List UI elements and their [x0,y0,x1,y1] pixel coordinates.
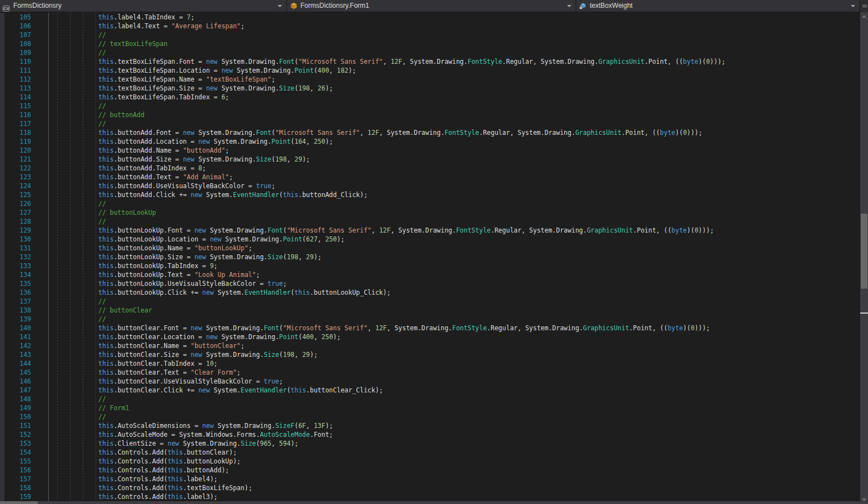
code-line[interactable]: 143this.buttonClear.Size = new System.Dr… [0,350,860,359]
vertical-scrollbar[interactable] [860,12,868,504]
code-line[interactable]: 112this.textBoxLifeSpan.Name = "textBoxL… [0,75,860,84]
code-line[interactable]: 147this.buttonClear.Click += new System.… [0,386,860,395]
code-line[interactable]: 120this.buttonAdd.Name = "buttonAdd"; [0,146,860,155]
class-icon [290,2,298,10]
line-number: 143 [0,350,31,359]
type-dropdown[interactable]: FormsDictionsry.Form1 [287,0,576,12]
code-line[interactable]: 127// buttonLookUp [0,208,860,217]
code-line[interactable]: 134this.buttonLookUp.Text = "Look Up Ani… [0,270,860,279]
code-line[interactable]: 129this.buttonLookUp.Font = new System.D… [0,226,860,235]
code-editor[interactable]: 105this.label4.TabIndex = 7;106this.labe… [0,13,860,504]
code-line[interactable]: 144this.buttonClear.TabIndex = 10; [0,359,860,368]
line-number: 132 [0,253,31,261]
code-line[interactable]: 157this.Controls.Add(this.label4); [0,475,860,483]
code-line[interactable]: 107// [0,31,860,39]
code-line[interactable]: 128// [0,217,860,226]
project-dropdown[interactable]: C# FormsDictionsry [0,0,287,12]
code-line[interactable]: 137// [0,297,860,306]
line-number: 107 [0,31,31,39]
line-number: 117 [0,119,31,128]
code-line-text: this.textBoxLifeSpan.Name = "textBoxLife… [31,75,275,84]
line-number: 139 [0,315,31,324]
code-line[interactable]: 133this.buttonLookUp.TabIndex = 9; [0,261,860,270]
code-line[interactable]: 109// [0,48,860,57]
code-line-text: // [31,217,110,226]
line-number: 155 [0,457,31,466]
code-line[interactable]: 141this.buttonClear.Location = new Syste… [0,332,860,341]
code-line[interactable]: 136this.buttonLookUp.Click += new System… [0,288,860,297]
code-line[interactable]: 110this.textBoxLifeSpan.Font = new Syste… [0,57,860,66]
code-line[interactable]: 149// Form1 [0,404,860,412]
code-line-text: this.buttonClear.Location = new System.D… [31,332,340,341]
code-line[interactable]: 132this.buttonLookUp.Size = new System.D… [0,253,860,261]
code-line[interactable]: 119this.buttonAdd.Location = new System.… [0,137,860,146]
code-line[interactable]: 130this.buttonLookUp.Location = new Syst… [0,235,860,244]
code-line-text: this.label4.Text = "Average Lifespan"; [31,22,244,31]
member-dropdown[interactable]: textBoxWeight [576,0,860,12]
code-line[interactable]: 153this.ClientSize = new System.Drawing.… [0,439,860,448]
horizontal-scrollbar[interactable] [0,501,860,504]
caret-position-marker [860,313,868,314]
line-number: 134 [0,270,31,279]
code-line[interactable]: 123this.buttonAdd.Text = "Add Animal"; [0,173,860,182]
scrollbar-down-arrow-icon[interactable] [862,498,866,501]
code-line-text: // [31,199,110,208]
line-number: 133 [0,261,31,270]
code-line[interactable]: 138// buttonClear [0,306,860,315]
code-line-text: this.textBoxLifeSpan.Font = new System.D… [31,57,725,66]
code-line[interactable]: 121this.buttonAdd.Size = new System.Draw… [0,155,860,164]
line-number: 110 [0,57,31,66]
line-number: 137 [0,297,31,306]
line-number: 148 [0,395,31,404]
code-line[interactable]: 152this.AutoScaleMode = System.Windows.F… [0,430,860,439]
code-line[interactable]: 114this.textBoxLifeSpan.TabIndex = 6; [0,93,860,102]
editor-splitter-icon[interactable] [860,0,868,12]
code-line[interactable]: 150// [0,412,860,421]
code-line[interactable]: 116// buttonAdd [0,110,860,119]
code-line[interactable]: 118this.buttonAdd.Font = new System.Draw… [0,128,860,137]
code-line[interactable]: 106this.label4.Text = "Average Lifespan"… [0,22,860,31]
code-line[interactable]: 126// [0,199,860,208]
code-line[interactable]: 124this.buttonAdd.UseVisualStyleBackColo… [0,182,860,190]
code-line[interactable]: 139// [0,315,860,324]
code-line[interactable]: 111this.textBoxLifeSpan.Location = new S… [0,66,860,75]
code-line[interactable]: 131this.buttonLookUp.Name = "buttonLookU… [0,244,860,253]
scrollbar-up-arrow-icon[interactable] [862,15,866,18]
horizontal-scrollbar-thumb[interactable] [0,501,38,504]
code-line[interactable]: 108// textBoxLifeSpan [0,39,860,48]
code-line[interactable]: 151this.AutoScaleDimensions = new System… [0,421,860,430]
code-line[interactable]: 125this.buttonAdd.Click += new System.Ev… [0,190,860,199]
code-line-text: this.buttonClear.Font = new System.Drawi… [31,324,710,332]
line-number: 115 [0,102,31,110]
code-line-text: // Form1 [31,404,129,412]
line-number: 150 [0,412,31,421]
code-line-text: this.buttonLookUp.Name = "buttonLookUp"; [31,244,252,253]
line-number: 130 [0,235,31,244]
code-line-text: this.ClientSize = new System.Drawing.Siz… [31,439,298,448]
code-line[interactable]: 155this.Controls.Add(this.buttonLookUp); [0,457,860,466]
code-line[interactable]: 122this.buttonAdd.TabIndex = 8; [0,164,860,173]
code-line[interactable]: 142this.buttonClear.Name = "buttonClear"… [0,341,860,350]
code-line[interactable]: 154this.Controls.Add(this.buttonClear); [0,448,860,457]
code-line[interactable]: 158this.Controls.Add(this.textBoxLifeSpa… [0,483,860,492]
code-line[interactable]: 159this.Controls.Add(this.label3); [0,492,860,501]
code-line-text: // buttonClear [31,306,152,315]
code-line[interactable]: 117// [0,119,860,128]
code-line[interactable]: 145this.buttonClear.Text = "Clear Form"; [0,368,860,377]
type-dropdown-label: FormsDictionsry.Form1 [300,0,564,12]
code-line[interactable]: 115// [0,102,860,110]
line-number: 159 [0,492,31,501]
line-number: 144 [0,359,31,368]
code-line[interactable]: 146this.buttonClear.UseVisualStyleBackCo… [0,377,860,386]
vertical-scrollbar-thumb[interactable] [861,214,867,289]
code-line-text: this.buttonLookUp.TabIndex = 9; [31,261,218,270]
code-line[interactable]: 148// [0,395,860,404]
project-dropdown-label: FormsDictionsry [13,0,274,12]
code-line[interactable]: 113this.textBoxLifeSpan.Size = new Syste… [0,84,860,93]
code-line[interactable]: 135this.buttonLookUp.UseVisualStyleBackC… [0,279,860,288]
code-line[interactable]: 140this.buttonClear.Font = new System.Dr… [0,324,860,332]
line-number: 112 [0,75,31,84]
code-line[interactable]: 105this.label4.TabIndex = 7; [0,13,860,22]
code-line[interactable]: 156this.Controls.Add(this.buttonAdd); [0,466,860,475]
line-number: 121 [0,155,31,164]
